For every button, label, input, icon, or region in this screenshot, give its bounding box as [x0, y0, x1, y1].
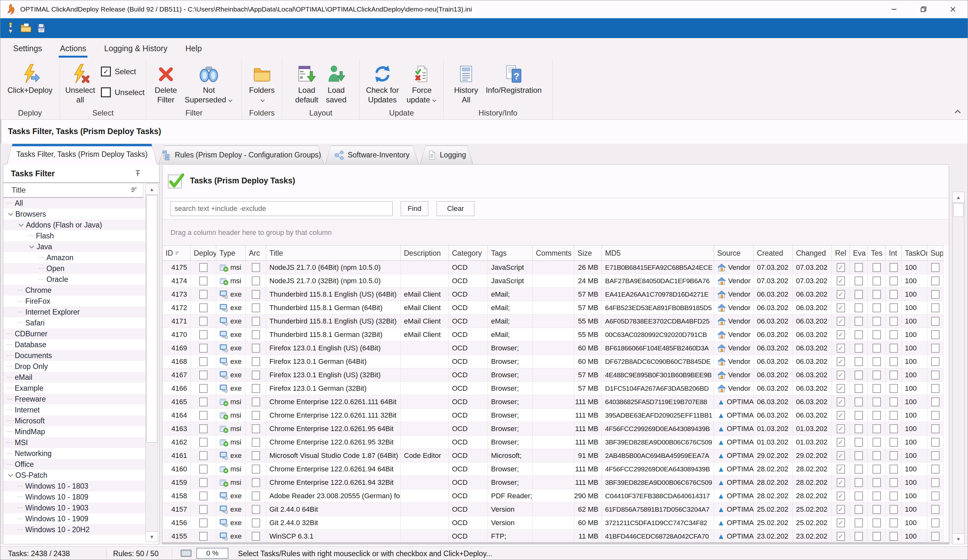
main-scrollbar-up[interactable]: ▲: [953, 192, 964, 203]
eva-checkbox[interactable]: [855, 344, 863, 353]
tes-checkbox[interactable]: [873, 290, 881, 299]
not-superseded-button[interactable]: Not Superseded: [181, 61, 237, 106]
deploy-checkbox[interactable]: [199, 317, 207, 326]
arc-checkbox[interactable]: [252, 465, 260, 474]
arc-checkbox[interactable]: [252, 397, 260, 406]
sup-checkbox[interactable]: [931, 263, 940, 272]
tes-checkbox[interactable]: [873, 276, 881, 286]
tree-item[interactable]: Office: [3, 459, 146, 470]
int-checkbox[interactable]: [890, 532, 898, 541]
int-checkbox[interactable]: [890, 303, 898, 312]
task-row[interactable]: 4174msiNodeJS 21.7.0 (32Bit) (npm 10.5.0…: [162, 274, 943, 288]
task-row[interactable]: 4161exeMicrosoft Visual Studio Code 1.87…: [162, 449, 943, 463]
int-checkbox[interactable]: [890, 276, 898, 286]
rel-checkbox[interactable]: ✓: [837, 357, 845, 366]
chevron-down-icon[interactable]: [7, 472, 14, 479]
rel-checkbox[interactable]: ✓: [837, 263, 845, 272]
sup-checkbox[interactable]: [931, 344, 940, 353]
int-checkbox[interactable]: [890, 317, 898, 326]
column-header-comments[interactable]: Comments: [533, 246, 574, 261]
deploy-checkbox[interactable]: [199, 478, 207, 487]
sup-checkbox[interactable]: [931, 290, 940, 299]
task-row[interactable]: 4171exeThunderbird 115.8.1 English (US) …: [162, 315, 943, 328]
sup-checkbox[interactable]: [931, 384, 940, 393]
task-row[interactable]: 4166exeFirefox 123.0.1 German (32Bit)OCD…: [162, 382, 943, 395]
eva-checkbox[interactable]: [855, 492, 863, 501]
tree-item[interactable]: Oracle: [3, 274, 146, 285]
minimize-button[interactable]: [879, 0, 909, 18]
tes-checkbox[interactable]: [873, 532, 881, 541]
tree-item[interactable]: eMail: [3, 372, 146, 383]
int-checkbox[interactable]: [890, 397, 898, 406]
rel-checkbox[interactable]: ✓: [837, 478, 845, 487]
rel-checkbox[interactable]: ✓: [837, 519, 845, 527]
tree-item[interactable]: FireFox: [3, 296, 146, 307]
unselect-checkbox-item[interactable]: Unselect: [101, 88, 144, 97]
column-header-category[interactable]: Category: [449, 246, 488, 261]
eva-checkbox[interactable]: [855, 290, 863, 299]
tab-logging[interactable]: Logging: [420, 145, 473, 164]
eva-checkbox[interactable]: [855, 532, 863, 541]
tree-item[interactable]: Documents: [3, 350, 146, 361]
task-row[interactable]: 4160msiChrome Enterprise 122.0.6261.94 6…: [162, 463, 943, 476]
sup-checkbox[interactable]: [931, 532, 940, 541]
int-checkbox[interactable]: [890, 411, 898, 420]
rel-checkbox[interactable]: ✓: [837, 344, 845, 353]
load-default-button[interactable]: Load default: [291, 61, 322, 106]
sup-checkbox[interactable]: [931, 438, 940, 447]
tab-rules[interactable]: Rules (Prism Deploy - Configuration Grou…: [159, 145, 324, 164]
column-header-created[interactable]: Created: [754, 246, 793, 261]
unselect-all-button[interactable]: Unselect all: [61, 61, 99, 106]
rel-checkbox[interactable]: ✓: [837, 290, 845, 299]
deploy-checkbox[interactable]: [199, 290, 207, 299]
column-header-title[interactable]: Title: [266, 246, 401, 261]
column-header-tes[interactable]: Tes: [868, 246, 886, 261]
arc-checkbox[interactable]: [252, 344, 260, 353]
tree-item[interactable]: Open: [3, 263, 146, 274]
eva-checkbox[interactable]: [855, 478, 863, 487]
close-button[interactable]: [938, 0, 968, 18]
column-header-md5[interactable]: MD5: [602, 246, 714, 261]
int-checkbox[interactable]: [890, 384, 898, 393]
tes-checkbox[interactable]: [873, 330, 881, 339]
pin-icon[interactable]: [134, 169, 142, 178]
main-scrollbar-down[interactable]: ▼: [953, 534, 964, 544]
arc-checkbox[interactable]: [252, 303, 260, 312]
tree-item[interactable]: Windows 10 - 20H2: [3, 524, 146, 535]
restore-button[interactable]: [909, 0, 938, 18]
deploy-checkbox[interactable]: [199, 370, 207, 380]
rel-checkbox[interactable]: ✓: [837, 465, 845, 474]
tes-checkbox[interactable]: [873, 370, 881, 380]
eva-checkbox[interactable]: [855, 276, 863, 286]
int-checkbox[interactable]: [890, 451, 898, 460]
task-row[interactable]: 4157exeGit 2.44.0 64BitOCDVersion62 MB61…: [162, 503, 943, 516]
task-row[interactable]: 4175msiNodeJS 21.7.0 (64Bit) (npm 10.5.0…: [162, 261, 943, 274]
eva-checkbox[interactable]: [855, 425, 863, 433]
tree-item[interactable]: Freeware: [3, 393, 146, 405]
deploy-checkbox[interactable]: [199, 303, 207, 312]
deploy-checkbox[interactable]: [199, 263, 207, 272]
eva-checkbox[interactable]: [855, 317, 863, 326]
deploy-checkbox[interactable]: [199, 465, 207, 474]
rel-checkbox[interactable]: ✓: [837, 505, 845, 514]
task-row[interactable]: 4155exeWinSCP 6.3.1OCDFTP;11 MB41BFD446C…: [162, 530, 943, 542]
eva-checkbox[interactable]: [855, 384, 863, 393]
eva-checkbox[interactable]: [855, 438, 863, 447]
task-row[interactable]: 4168exeFirefox 123.0.1 German (64Bit)OCD…: [162, 355, 943, 368]
int-checkbox[interactable]: [890, 425, 898, 433]
sup-checkbox[interactable]: [931, 397, 940, 406]
column-header-id[interactable]: ID: [162, 246, 191, 261]
eva-checkbox[interactable]: [855, 397, 863, 406]
tree-item[interactable]: Windows 10 - 1909: [3, 513, 146, 524]
deploy-checkbox[interactable]: [199, 492, 207, 501]
chevron-down-icon[interactable]: [18, 221, 25, 228]
rel-checkbox[interactable]: ✓: [837, 370, 845, 380]
select-checkbox-item[interactable]: ✓ Select: [101, 66, 144, 76]
tes-checkbox[interactable]: [873, 425, 881, 433]
sup-checkbox[interactable]: [931, 451, 940, 460]
menu-actions[interactable]: Actions: [51, 38, 95, 59]
column-header-source[interactable]: Source: [714, 246, 754, 261]
tes-checkbox[interactable]: [873, 519, 881, 527]
column-header-tags[interactable]: Tags: [488, 246, 533, 261]
tree-item[interactable]: Internet: [3, 405, 146, 415]
